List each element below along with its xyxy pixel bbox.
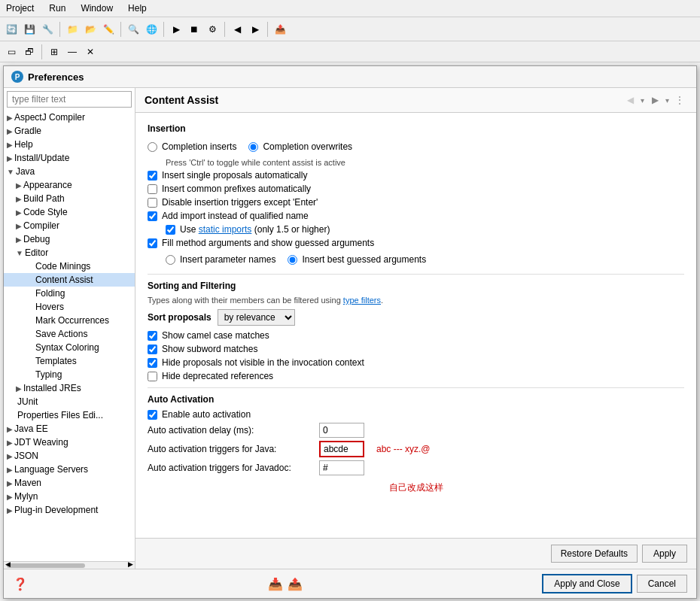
toolbar2-btn-3[interactable]: ⊞ xyxy=(46,44,62,60)
tree-item-junit[interactable]: JUnit xyxy=(4,395,135,408)
single-proposals-checkbox[interactable] xyxy=(148,171,157,181)
nav-forward-button[interactable]: ▶ xyxy=(647,93,662,108)
tree-item-folding[interactable]: Folding xyxy=(4,287,135,300)
tree-item-codestyle[interactable]: ▶Code Style xyxy=(4,205,135,219)
tree-item-appearance[interactable]: ▶Appearance xyxy=(4,178,135,192)
toolbar-btn-1[interactable]: 🔄 xyxy=(3,21,20,38)
best-guessed-radio[interactable] xyxy=(288,255,297,265)
import-icon[interactable]: 📥 xyxy=(268,577,283,591)
menu-help[interactable]: Help xyxy=(125,2,150,15)
apply-button[interactable]: Apply xyxy=(642,545,687,563)
toolbar-sep-4 xyxy=(224,22,225,37)
tree-item-templates[interactable]: Templates xyxy=(4,354,135,368)
expand-arrow-java: ▼ xyxy=(7,168,14,176)
toolbar-sep-2 xyxy=(120,22,121,37)
toolbar-btn-4[interactable]: 📁 xyxy=(64,21,81,38)
completion-inserts-radio[interactable] xyxy=(148,142,157,152)
export-icon[interactable]: 📤 xyxy=(288,577,303,591)
toolbar-btn-10[interactable]: ⏹ xyxy=(186,21,202,38)
nav-menu-button[interactable]: ⋮ xyxy=(672,93,687,108)
delay-input[interactable] xyxy=(319,423,364,438)
tree-item-debug[interactable]: ▶Debug xyxy=(4,232,135,246)
toolbar2-btn-2[interactable]: 🗗 xyxy=(21,44,38,60)
tree-item-markoccurrences[interactable]: Mark Occurrences xyxy=(4,314,135,327)
tree-item-javaee[interactable]: ▶Java EE xyxy=(4,422,135,436)
static-imports-checkbox[interactable] xyxy=(166,225,175,235)
tree-item-help[interactable]: ▶Help xyxy=(4,138,135,151)
menu-run[interactable]: Run xyxy=(46,2,68,15)
camel-case-checkbox[interactable] xyxy=(148,331,157,341)
cancel-button[interactable]: Cancel xyxy=(637,575,687,593)
tree-item-install[interactable]: ▶Install/Update xyxy=(4,151,135,165)
tree-item-editor[interactable]: ▼Editor xyxy=(4,246,135,260)
fill-method-checkbox[interactable] xyxy=(148,238,157,248)
tree-item-maven[interactable]: ▶Maven xyxy=(4,476,135,490)
hide-deprecated-label: Hide deprecated references xyxy=(162,371,273,381)
toolbar-btn-export[interactable]: 📤 xyxy=(272,21,288,38)
insertion-section-header: Insertion xyxy=(148,123,684,134)
tree-item-json[interactable]: ▶JSON xyxy=(4,449,135,463)
tree-item-buildpath[interactable]: ▶Build Path xyxy=(4,192,135,205)
delay-label: Auto activation delay (ms): xyxy=(148,425,313,436)
toolbar-btn-9[interactable]: ▶ xyxy=(168,21,184,38)
tree-item-contentassist[interactable]: Content Assist xyxy=(4,273,135,287)
tree-item-typing[interactable]: Typing xyxy=(4,368,135,381)
tree-item-saveactions[interactable]: Save Actions xyxy=(4,327,135,341)
tree-item-gradle[interactable]: ▶Gradle xyxy=(4,124,135,138)
completion-overwrites-radio[interactable] xyxy=(248,142,258,152)
javadoc-triggers-input[interactable] xyxy=(319,460,364,475)
tree-item-compiler[interactable]: ▶Compiler xyxy=(4,219,135,232)
enable-auto-checkbox[interactable] xyxy=(148,410,157,420)
common-prefix-label: Insert common prefixes automatically xyxy=(162,184,311,194)
preferences-icon: P xyxy=(11,71,23,83)
toolbar-btn-3[interactable]: 🔧 xyxy=(39,21,56,38)
tree-item-installedjres[interactable]: ▶Installed JREs xyxy=(4,381,135,395)
tree-item-plugindev[interactable]: ▶Plug-in Development xyxy=(4,503,135,517)
toolbar-btn-2[interactable]: 💾 xyxy=(21,21,38,38)
toolbar2-btn-1[interactable]: ▭ xyxy=(3,44,20,60)
common-prefix-checkbox[interactable] xyxy=(148,184,157,194)
apply-and-close-button[interactable]: Apply and Close xyxy=(542,574,632,593)
hide-deprecated-checkbox[interactable] xyxy=(148,372,157,381)
right-panel: Content Assist ◀ ▾ ▶ ▾ ⋮ Insertion Compl… xyxy=(135,88,696,569)
tree-item-hovers[interactable]: Hovers xyxy=(4,300,135,314)
tree-item-langservers[interactable]: ▶Language Servers xyxy=(4,463,135,476)
add-import-checkbox[interactable] xyxy=(148,211,157,221)
tree-item-java[interactable]: ▼Java xyxy=(4,165,135,178)
tree-item-mylyn[interactable]: ▶Mylyn xyxy=(4,490,135,503)
static-imports-link[interactable]: static imports xyxy=(199,224,252,235)
sort-proposals-select[interactable]: by relevance alphabetically xyxy=(218,309,295,326)
toolbar-btn-7[interactable]: 🔍 xyxy=(125,21,142,38)
tree-item-codeminings[interactable]: Code Minings xyxy=(4,260,135,273)
param-names-radio[interactable] xyxy=(166,255,175,265)
tree-item-propfiles[interactable]: Properties Files Edi... xyxy=(4,408,135,422)
toolbar2-btn-4[interactable]: — xyxy=(64,44,81,60)
hide-invisible-checkbox[interactable] xyxy=(148,358,157,368)
filter-input[interactable] xyxy=(7,91,132,108)
toolbar-btn-8[interactable]: 🌐 xyxy=(143,21,160,38)
tree-item-syntaxcoloring[interactable]: Syntax Coloring xyxy=(4,341,135,354)
nav-back-button[interactable]: ◀ xyxy=(622,93,638,108)
toolbar-sep-3 xyxy=(163,22,164,37)
subword-checkbox[interactable] xyxy=(148,345,157,354)
disable-triggers-checkbox[interactable] xyxy=(148,198,157,208)
tree-item-jdtweaving[interactable]: ▶JDT Weaving xyxy=(4,436,135,449)
toolbar2-btn-5[interactable]: ✕ xyxy=(82,44,99,60)
toolbar-btn-13[interactable]: ▶ xyxy=(247,21,263,38)
tree-item-aspectj[interactable]: ▶AspectJ Compiler xyxy=(4,111,135,124)
chinese-note: 自己改成这样 xyxy=(148,481,684,494)
toolbar-btn-11[interactable]: ⚙ xyxy=(204,21,221,38)
menu-window[interactable]: Window xyxy=(78,2,116,15)
divider-1 xyxy=(148,274,684,275)
toolbar-btn-12[interactable]: ◀ xyxy=(229,21,245,38)
help-icon[interactable]: ❓ xyxy=(13,577,28,591)
toolbar-btn-6[interactable]: ✏️ xyxy=(100,21,117,38)
java-triggers-input[interactable] xyxy=(319,441,364,457)
toolbar-btn-5[interactable]: 📂 xyxy=(82,21,99,38)
horizontal-scrollbar[interactable]: ▶ ◀ xyxy=(4,561,135,569)
camel-case-label: Show camel case matches xyxy=(162,330,269,341)
dialog-footer: ❓ 📥 📤 Apply and Close Cancel xyxy=(4,569,696,598)
type-filters-link[interactable]: type filters xyxy=(343,296,381,305)
menu-project[interactable]: Project xyxy=(3,2,37,15)
restore-defaults-button[interactable]: Restore Defaults xyxy=(551,545,638,563)
